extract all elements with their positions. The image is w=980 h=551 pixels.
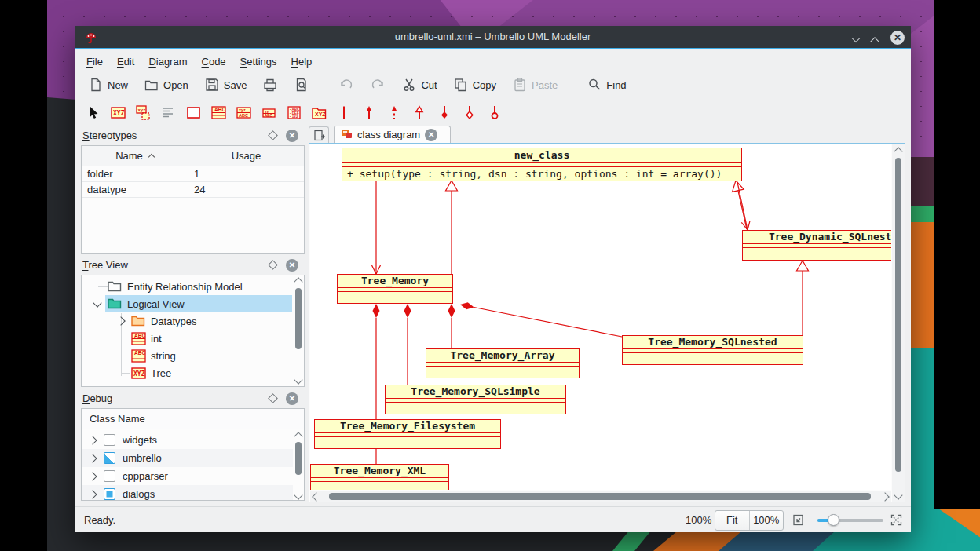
close-panel-icon[interactable]: ✕	[286, 392, 298, 405]
menu-file[interactable]: File	[79, 56, 110, 68]
debug-panel-header[interactable]: Debug ✕	[81, 389, 305, 407]
tool-dependency-arrow[interactable]	[384, 103, 404, 122]
tree-view-scrollbar[interactable]	[293, 276, 304, 386]
expander-closed-icon[interactable]	[116, 316, 125, 325]
tool-composition-diamond[interactable]	[434, 103, 454, 122]
zoom-slider[interactable]	[817, 519, 883, 522]
new-button[interactable]: New	[81, 74, 135, 96]
menu-diagram[interactable]: Diagram	[141, 56, 194, 68]
tool-class-two-row[interactable]: xyzABC	[233, 103, 253, 122]
find-button[interactable]: Find	[580, 74, 633, 96]
tool-containment-circle[interactable]	[485, 103, 504, 122]
save-button[interactable]: Save	[197, 74, 254, 96]
close-panel-icon[interactable]: ✕	[286, 259, 298, 272]
diagram-canvas[interactable]: new_class+ setup(type : string, dsn : st…	[310, 144, 891, 490]
menu-edit[interactable]: Edit	[110, 56, 141, 68]
uml-class-Tree_Memory_SQLsimple[interactable]: Tree_Memory_SQLsimple	[385, 385, 566, 414]
checkbox-full[interactable]	[104, 488, 115, 500]
uml-class-title: Tree_Memory_XML	[311, 465, 448, 477]
stereotype-name: datatype	[82, 182, 188, 197]
tree-item-logical-view[interactable]: Logical View	[127, 295, 185, 312]
tool-class-xyz[interactable]: XYZ	[108, 103, 127, 122]
print-preview-button[interactable]	[287, 74, 316, 96]
checkbox-partial[interactable]	[104, 452, 115, 464]
new-tab-button[interactable]	[309, 126, 329, 143]
fit-button[interactable]: Fit	[715, 511, 750, 530]
close-button[interactable]: ✕	[890, 31, 905, 45]
tool-class-abc[interactable]: ABC	[208, 103, 228, 122]
tree-item-tree[interactable]: Tree	[151, 364, 171, 381]
debug-scrollbar[interactable]	[293, 430, 304, 501]
expander-open-icon[interactable]	[93, 298, 101, 307]
copy-button[interactable]: Copy	[446, 74, 503, 96]
expand-view-icon[interactable]	[890, 513, 903, 529]
column-name[interactable]: Name	[82, 146, 188, 166]
tool-aggregation-diamond[interactable]	[459, 103, 479, 122]
undo-button[interactable]	[331, 74, 361, 96]
canvas-vscrollbar[interactable]	[892, 144, 905, 502]
tree-view-panel-header[interactable]: Tree View ✕	[81, 256, 305, 274]
tool-object-instance[interactable]: xyz	[133, 103, 152, 122]
expander-closed-icon[interactable]	[88, 436, 97, 444]
tree-item-entity-relationship-model[interactable]: Entity Relationship Model	[127, 278, 243, 295]
uml-class-Tree_Memory[interactable]: Tree_Memory	[337, 274, 453, 304]
close-tab-icon[interactable]: ✕	[425, 129, 437, 141]
column-usage[interactable]: Usage	[188, 146, 304, 166]
debug-item-umbrello[interactable]: umbrello	[122, 449, 162, 467]
zoom-100-button[interactable]: 100%	[750, 511, 784, 530]
tool-enum-list[interactable]: - ABC- DEF- 123	[283, 103, 303, 122]
tool-assoc-line[interactable]	[334, 103, 353, 122]
tree-item-string[interactable]: string	[151, 347, 176, 364]
debug-item-cppparser[interactable]: cppparser	[122, 467, 168, 485]
tool-uniassoc-arrow[interactable]	[359, 103, 378, 122]
fit-page-icon[interactable]	[792, 513, 805, 529]
print-button[interactable]	[255, 74, 285, 96]
canvas-hscrollbar[interactable]	[310, 491, 891, 502]
stereotype-row[interactable]: folder 1	[82, 166, 304, 182]
titlebar[interactable]: umbrello-uml.xmi – Umbrello UML Modeller…	[75, 26, 911, 49]
tool-pointer[interactable]	[82, 103, 102, 122]
tool-class-small[interactable]: xyABC	[258, 103, 278, 122]
zoom-slider-handle[interactable]	[828, 514, 839, 526]
menu-help[interactable]: Help	[284, 56, 320, 68]
stereotypes-table-header[interactable]: Name Usage	[82, 146, 304, 166]
uml-class-title: Tree_Memory_Array	[426, 349, 579, 362]
uml-class-new_class[interactable]: new_class+ setup(type : string, dsn : st…	[342, 148, 742, 181]
float-panel-icon[interactable]	[268, 393, 278, 403]
expander-closed-icon[interactable]	[88, 472, 97, 480]
uml-class-Tree_Memory_Filesystem[interactable]: Tree_Memory_Filesystem	[314, 419, 501, 449]
debug-item-dialogs[interactable]: dialogs	[122, 485, 155, 501]
tree-item-int[interactable]: int	[151, 330, 162, 347]
tool-box-empty[interactable]	[183, 103, 203, 122]
stereotype-row[interactable]: datatype 24	[82, 182, 304, 198]
float-panel-icon[interactable]	[268, 260, 278, 270]
maximize-button[interactable]	[872, 31, 884, 44]
checkbox-none[interactable]	[104, 434, 115, 446]
uml-class-Tree_Memory_Array[interactable]: Tree_Memory_Array	[426, 348, 580, 378]
minimize-button[interactable]	[853, 31, 865, 44]
tree-item-datatypes[interactable]: Datatypes	[151, 312, 197, 330]
cut-button[interactable]: Cut	[394, 74, 444, 96]
menu-code[interactable]: Code	[195, 56, 233, 68]
tool-align-lines[interactable]	[158, 103, 177, 122]
uml-class-Tree_Memory_XML[interactable]: Tree_Memory_XML	[310, 464, 449, 490]
redo-button[interactable]	[363, 74, 393, 96]
uml-class-Tree_Memory_SQLnested[interactable]: Tree_Memory_SQLnested	[622, 335, 803, 365]
debug-column-header[interactable]: Class Name	[82, 409, 304, 429]
tool-generalization-arrow[interactable]	[409, 103, 429, 122]
paste-button[interactable]: Paste	[505, 74, 565, 96]
menu-settings[interactable]: Settings	[233, 56, 284, 68]
debug-item-widgets[interactable]: widgets	[122, 431, 157, 449]
stereotypes-panel-header[interactable]: Stereotypes ✕	[81, 126, 305, 144]
open-button[interactable]: Open	[137, 74, 196, 96]
tool-package-xyz[interactable]: XYZ	[309, 103, 328, 122]
tab-label: class diagram	[357, 129, 420, 140]
checkbox-none[interactable]	[104, 470, 115, 482]
toolbar-label: Find	[606, 79, 626, 91]
uml-class-title: Tree_Memory_SQLsimple	[386, 385, 565, 398]
sort-ascending-icon	[148, 154, 155, 160]
float-panel-icon[interactable]	[268, 130, 278, 140]
tab-class-diagram[interactable]: class diagram ✕	[334, 126, 451, 143]
close-panel-icon[interactable]: ✕	[286, 130, 298, 142]
uml-class-Tree_Dynamic_SQLnested[interactable]: Tree_Dynamic_SQLnested	[742, 230, 891, 261]
